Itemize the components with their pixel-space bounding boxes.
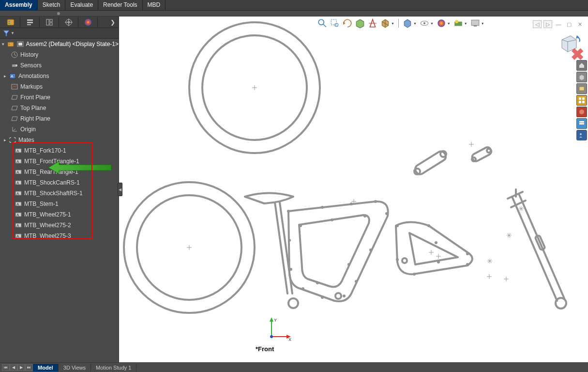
svg-rect-1: [8, 21, 10, 22]
svg-point-108: [288, 239, 291, 242]
dimxpert-manager-tab-icon[interactable]: [59, 17, 78, 28]
chevron-right-icon[interactable]: ▸: [3, 74, 7, 78]
svg-text:A: A: [16, 170, 19, 174]
plane-icon: [11, 115, 18, 123]
block-icon: A: [15, 200, 22, 208]
svg-rect-0: [7, 19, 14, 25]
command-manager-tabs: Assembly Sketch Evaluate Render Tools MB…: [0, 0, 588, 11]
svg-line-22: [15, 55, 16, 56]
splitter-handle[interactable]: [118, 183, 122, 196]
svg-point-144: [556, 298, 566, 309]
block-icon: A: [15, 157, 22, 165]
svg-point-17: [9, 44, 10, 45]
svg-line-30: [13, 129, 15, 131]
svg-rect-8: [50, 23, 52, 25]
tree-node-markups[interactable]: Markups: [0, 81, 119, 92]
tree-node-history[interactable]: History: [0, 49, 119, 60]
tree-node-mates[interactable]: ▸ Mates: [0, 135, 119, 145]
tree-block-item[interactable]: AMTB_Stem-1: [0, 199, 119, 209]
svg-point-109: [299, 224, 302, 227]
tree-block-item[interactable]: AMTB_Wheel275-1: [0, 209, 119, 220]
chevron-down-icon[interactable]: ▾: [2, 42, 5, 46]
tree-filter[interactable]: ▼: [0, 28, 119, 39]
svg-point-13: [85, 19, 91, 26]
svg-point-111: [363, 215, 366, 217]
display-manager-tab-icon[interactable]: [78, 17, 98, 28]
svg-point-155: [270, 335, 273, 338]
svg-text:A: A: [16, 181, 19, 185]
svg-text:✳: ✳: [518, 205, 524, 213]
clock-icon: [11, 51, 18, 59]
svg-point-130: [414, 169, 420, 174]
tab-sketch[interactable]: Sketch: [38, 0, 66, 10]
svg-point-113: [316, 281, 319, 284]
svg-point-101: [385, 212, 388, 215]
svg-point-103: [355, 280, 358, 283]
tree-block-item[interactable]: AMTB_Wheel275-3: [0, 231, 119, 241]
tree-block-item[interactable]: AMTB_ShockShaftRS-1: [0, 188, 119, 199]
svg-rect-19: [18, 43, 22, 46]
bottom-nav-controls: ⏮ ◀ ▶ ⏭: [0, 364, 33, 371]
nav-next-icon[interactable]: ▶: [17, 364, 25, 371]
graphics-viewport[interactable]: ▼ ▼ ▼ ▼ ▼ ▼ ◁ ▷ — ▢ ✕: [119, 16, 588, 362]
svg-rect-129: [414, 150, 448, 176]
tab-evaluate[interactable]: Evaluate: [65, 0, 98, 10]
svg-point-104: [343, 294, 346, 297]
tree-root[interactable]: ▾ Assem2 (Default) <Display State-1>: [0, 39, 119, 49]
nav-first-icon[interactable]: ⏮: [2, 364, 10, 371]
svg-point-114: [402, 258, 407, 263]
block-icon: A: [15, 221, 22, 229]
tree-node-sensors[interactable]: Sensors: [0, 60, 119, 71]
tree-block-item[interactable]: AMTB_FrontTriangle-1: [0, 156, 119, 167]
tree-block-item[interactable]: AMTB_ShockCanRS-1: [0, 177, 119, 188]
tab-assembly[interactable]: Assembly: [0, 0, 38, 10]
tree-block-item[interactable]: AMTB_Fork170-1: [0, 145, 119, 156]
svg-rect-2: [8, 23, 10, 24]
svg-point-102: [369, 248, 372, 251]
bottom-tab-3d-views[interactable]: 3D Views: [59, 364, 91, 372]
feature-manager-tab-icon[interactable]: [1, 17, 20, 28]
nav-last-icon[interactable]: ⏭: [25, 364, 33, 371]
tree-node-origin[interactable]: Origin: [0, 124, 119, 135]
nav-prev-icon[interactable]: ◀: [10, 364, 17, 371]
assembly-icon: [7, 40, 15, 48]
svg-point-107: [289, 268, 292, 271]
chevron-right-icon[interactable]: ▸: [3, 138, 7, 142]
tree-node-top-plane[interactable]: Top Plane: [0, 103, 119, 113]
svg-point-118: [466, 263, 469, 266]
svg-text:A: A: [16, 223, 19, 228]
svg-rect-6: [46, 19, 49, 25]
svg-rect-7: [50, 19, 52, 22]
tree-node-front-plane[interactable]: Front Plane: [0, 92, 119, 103]
panel-overflow-icon[interactable]: ❯: [108, 19, 118, 26]
block-icon: A: [15, 189, 22, 197]
svg-rect-5: [27, 24, 31, 25]
tree-node-right-plane[interactable]: Right Plane: [0, 113, 119, 124]
svg-text:✳: ✳: [487, 257, 493, 265]
bottom-tab-model[interactable]: Model: [33, 364, 59, 372]
svg-point-115: [396, 224, 399, 227]
bottom-tab-motion-study[interactable]: Motion Study 1: [91, 364, 136, 372]
configuration-manager-tab-icon[interactable]: [40, 17, 59, 28]
tab-render-tools[interactable]: Render Tools: [98, 0, 143, 10]
svg-point-100: [374, 200, 377, 203]
block-icon: A: [15, 168, 22, 176]
tree-block-item[interactable]: AMTB_RearTriangle-1: [0, 167, 119, 177]
svg-text:A: A: [16, 159, 19, 164]
svg-point-136: [487, 149, 491, 153]
svg-text:A: A: [16, 191, 19, 196]
svg-text:X: X: [288, 337, 291, 342]
property-manager-tab-icon[interactable]: [20, 17, 40, 28]
feature-tree: ▾ Assem2 (Default) <Display State-1> His…: [0, 39, 119, 362]
tab-mbd[interactable]: MBD: [143, 0, 166, 10]
sensor-icon: [11, 62, 18, 69]
svg-point-96: [335, 293, 341, 299]
tree-block-item[interactable]: AMTB_Wheel275-2: [0, 220, 119, 231]
svg-line-140: [519, 194, 564, 298]
command-manager-pulldown[interactable]: [0, 11, 588, 16]
tree-node-annotations[interactable]: ▸ A Annotations: [0, 71, 119, 81]
view-label: *Front: [256, 345, 274, 353]
block-icon: A: [15, 211, 22, 218]
tree-root-label: Assem2 (Default) <Display State-1>: [26, 41, 119, 47]
svg-text:A: A: [16, 234, 19, 238]
